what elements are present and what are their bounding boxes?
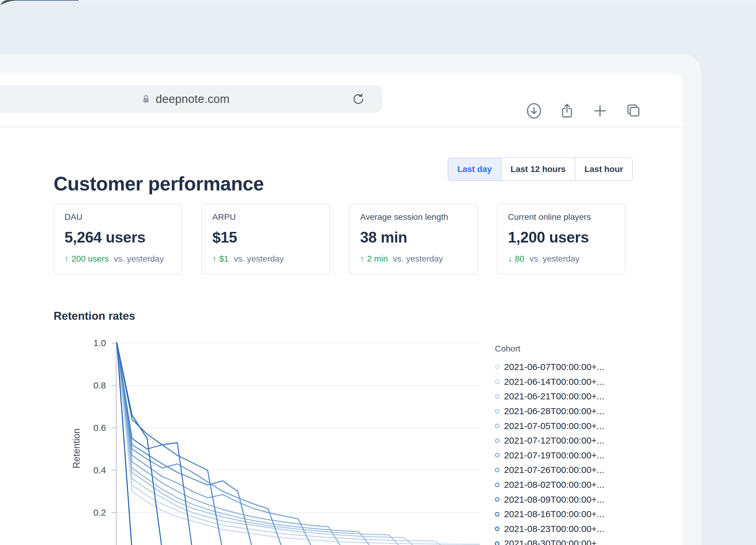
legend-title: Cohort [495, 344, 604, 354]
legend-item[interactable]: 2021-08-16T00:00:00+... [495, 507, 604, 522]
cohort-ring-icon [495, 424, 499, 428]
legend-item[interactable]: 2021-08-09T00:00:00+... [495, 492, 604, 507]
y-tick-label: 0.4 [70, 465, 106, 475]
legend-item[interactable]: 2021-06-28T00:00:00+... [495, 404, 604, 419]
y-tick-label: 0.2 [70, 507, 106, 518]
legend-label: 2021-07-26T00:00:00+... [504, 465, 604, 475]
legend-label: 2021-07-19T00:00:00+... [504, 450, 604, 460]
cohort-ring-icon [495, 541, 499, 545]
legend-item[interactable]: 2021-06-07T00:00:00+... [495, 360, 604, 374]
legend-label: 2021-08-30T00:00:00+... [504, 538, 604, 545]
legend-item[interactable]: 2021-07-26T00:00:00+... [495, 463, 604, 477]
legend-label: 2021-08-16T00:00:00+... [504, 509, 604, 519]
legend-label: 2021-06-07T00:00:00+... [504, 362, 604, 372]
y-tick-label: 0.8 [70, 380, 106, 390]
legend-label: 2021-06-21T00:00:00+... [504, 391, 604, 401]
cohort-ring-icon [495, 497, 499, 502]
cohort-ring-icon [495, 468, 499, 472]
legend-item[interactable]: 2021-07-05T00:00:00+... [495, 418, 604, 433]
cohort-ring-icon [495, 453, 499, 457]
legend-item[interactable]: 2021-08-02T00:00:00+... [495, 477, 604, 492]
legend-label: 2021-07-12T00:00:00+... [504, 435, 604, 446]
y-tick-label: 0.6 [70, 423, 106, 433]
cohort-ring-icon [495, 365, 499, 369]
cohort-ring-icon [495, 512, 499, 517]
legend-item[interactable]: 2021-06-14T00:00:00+... [495, 374, 604, 389]
cohort-ring-icon [495, 438, 499, 443]
legend-item[interactable]: 2021-07-12T00:00:00+... [495, 433, 604, 448]
cohort-ring-icon [495, 379, 499, 384]
y-tick-label: 1.0 [70, 338, 106, 348]
cohort-line [117, 343, 253, 545]
legend-label: 2021-08-02T00:00:00+... [504, 480, 604, 490]
screenshot-root: deepnote.com [0, 0, 756, 545]
legend-label: 2021-06-28T00:00:00+... [504, 406, 604, 416]
cohort-ring-icon [495, 527, 499, 531]
cohort-line [117, 343, 344, 545]
y-axis-ticks: 1.00.80.60.40.2 [70, 0, 106, 545]
legend-item[interactable]: 2021-06-21T00:00:00+... [495, 389, 604, 404]
cohort-ring-icon [495, 394, 499, 399]
cohort-line [117, 343, 404, 545]
legend-label: 2021-07-05T00:00:00+... [504, 421, 604, 431]
cohort-ring-icon [495, 409, 499, 414]
legend-label: 2021-08-09T00:00:00+... [504, 494, 604, 505]
legend-items: 2021-06-07T00:00:00+...2021-06-14T00:00:… [495, 360, 604, 545]
legend-item[interactable]: 2021-08-23T00:00:00+... [495, 522, 604, 537]
legend-label: 2021-06-14T00:00:00+... [504, 377, 604, 387]
legend-label: 2021-08-23T00:00:00+... [504, 524, 604, 534]
cohort-ring-icon [495, 483, 499, 487]
retention-chart-svg [0, 0, 756, 545]
legend-item[interactable]: 2021-07-19T00:00:00+... [495, 448, 604, 463]
legend-item[interactable]: 2021-08-30T00:00:00+... [495, 536, 604, 545]
chart-legend: Cohort 2021-06-07T00:00:00+...2021-06-14… [495, 344, 604, 545]
cohort-line [117, 343, 419, 545]
